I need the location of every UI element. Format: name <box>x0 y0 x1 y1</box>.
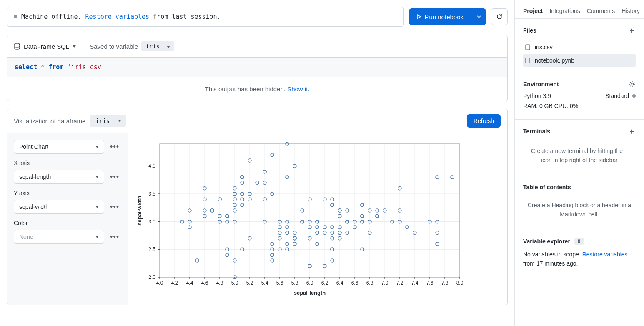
status-dot-icon <box>14 15 17 18</box>
tab-history[interactable]: History <box>621 8 640 14</box>
chart-area: 4.04.24.44.64.85.05.25.45.65.86.06.26.46… <box>128 133 507 305</box>
code-editor[interactable]: select * from 'iris.csv' <box>7 58 507 77</box>
svg-text:4.6: 4.6 <box>201 280 208 286</box>
tab-integrations[interactable]: Integrations <box>549 8 580 14</box>
toc-header: Table of contents <box>523 184 571 191</box>
main-area: Machine offline. Restore variables from … <box>0 0 515 326</box>
refresh-button[interactable] <box>491 8 508 25</box>
status-suffix: from last session. <box>153 13 221 20</box>
tab-comments[interactable]: Comments <box>587 8 615 14</box>
svg-point-103 <box>241 181 244 184</box>
chevron-down-icon <box>95 146 99 148</box>
color-select[interactable]: None <box>14 230 104 244</box>
svg-point-192 <box>346 209 349 212</box>
svg-text:4.8: 4.8 <box>216 280 223 286</box>
top-bar: Machine offline. Restore variables from … <box>7 7 508 27</box>
add-file-button[interactable]: ＋ <box>628 25 636 35</box>
file-icon <box>525 58 531 63</box>
color-more-button[interactable]: ••• <box>108 233 121 241</box>
svg-point-119 <box>226 214 229 218</box>
y-axis-more-button[interactable]: ••• <box>108 203 121 211</box>
varexp-text: No variables in scope. <box>523 251 581 258</box>
run-notebook-button[interactable]: Run notebook <box>409 8 471 25</box>
gear-icon <box>629 81 636 88</box>
svg-point-130 <box>256 181 259 184</box>
terminals-help: Create a new terminal by hitting the + i… <box>523 141 636 170</box>
svg-point-182 <box>331 203 334 207</box>
svg-text:sepal-width: sepal-width <box>136 196 143 226</box>
svg-text:2.5: 2.5 <box>148 246 155 252</box>
cell-type-selector[interactable]: DataFrame SQL <box>7 37 83 56</box>
viz-controls: Point Chart ••• X axis sepal-length ••• … <box>7 133 128 305</box>
saved-to-label: Saved to variable <box>90 43 138 50</box>
refresh-icon <box>496 13 503 20</box>
show-output-link[interactable]: Show it. <box>287 85 309 93</box>
svg-point-100 <box>286 176 289 179</box>
chevron-down-icon <box>95 176 99 178</box>
svg-point-163 <box>271 253 274 257</box>
file-item-csv[interactable]: iris.csv <box>523 40 636 54</box>
restore-variables-link[interactable]: Restore variables <box>85 13 150 20</box>
svg-rect-232 <box>526 45 530 50</box>
viz-dataframe-value: iris <box>95 118 110 124</box>
tab-project[interactable]: Project <box>523 8 543 14</box>
viz-dataframe-select[interactable]: iris <box>90 115 126 127</box>
svg-point-169 <box>331 259 334 262</box>
variable-chip[interactable]: iris <box>141 41 174 51</box>
svg-point-123 <box>195 259 199 262</box>
svg-text:7.8: 7.8 <box>441 280 449 286</box>
x-axis-select[interactable]: sepal-length <box>14 170 104 184</box>
run-dropdown-button[interactable] <box>471 8 486 25</box>
chevron-down-icon <box>167 46 170 48</box>
status-prefix: Machine offline. <box>21 13 82 20</box>
svg-text:4.0: 4.0 <box>148 163 155 169</box>
svg-point-128 <box>241 176 244 179</box>
svg-point-215 <box>331 231 334 234</box>
y-axis-label: Y axis <box>14 190 121 196</box>
hidden-output-text: This output has been hidden. <box>205 85 285 93</box>
environment-section: Environment Python 3.9 Standard RAM: 0 G… <box>515 74 644 120</box>
file-item-notebook[interactable]: notebook.ipynb <box>523 54 636 67</box>
add-terminal-button[interactable]: ＋ <box>628 126 636 136</box>
chevron-down-icon <box>73 45 76 48</box>
svg-rect-233 <box>526 58 530 63</box>
env-settings-button[interactable] <box>629 81 636 88</box>
viz-body: Point Chart ••• X axis sepal-length ••• … <box>7 133 507 305</box>
svg-text:7.2: 7.2 <box>396 280 403 286</box>
sidebar: Project Integrations Comments History Fi… <box>515 0 644 326</box>
svg-point-205 <box>331 237 334 240</box>
color-value: None <box>19 233 33 240</box>
svg-point-172 <box>271 242 274 246</box>
run-button-group: Run notebook <box>409 8 486 25</box>
svg-text:7.6: 7.6 <box>426 280 434 286</box>
env-header: Environment <box>523 81 559 88</box>
svg-text:2.0: 2.0 <box>148 274 155 280</box>
svg-text:4.4: 4.4 <box>186 280 193 286</box>
svg-point-121 <box>241 198 244 201</box>
svg-point-204 <box>436 231 439 234</box>
x-axis-more-button[interactable]: ••• <box>108 173 121 181</box>
chart-type-more-button[interactable]: ••• <box>108 143 121 151</box>
varexp-section: Variable explorer 0 No variables in scop… <box>515 231 644 275</box>
chart-type-select[interactable]: Point Chart <box>14 140 104 154</box>
file-name: notebook.ipynb <box>535 57 574 64</box>
env-runtime: Python 3.9 <box>523 93 551 99</box>
x-axis-label: X axis <box>14 160 121 166</box>
svg-text:5.2: 5.2 <box>246 280 253 286</box>
play-icon <box>416 14 421 19</box>
viz-header: Visualization of dataframe iris Refresh <box>7 109 507 133</box>
svg-text:6.4: 6.4 <box>336 280 343 286</box>
chart-type-value: Point Chart <box>19 143 48 150</box>
files-section: Files ＋ iris.csv notebook.ipynb <box>515 19 644 74</box>
toc-section: Table of contents Create a Heading block… <box>515 177 644 231</box>
viz-refresh-button[interactable]: Refresh <box>467 114 501 128</box>
svg-point-185 <box>331 226 334 229</box>
y-axis-select[interactable]: sepal-width <box>14 200 104 214</box>
svg-text:8.0: 8.0 <box>456 280 464 286</box>
cell-type-label: DataFrame SQL <box>24 43 69 50</box>
sql-cell-header: DataFrame SQL Saved to variable iris <box>7 35 507 58</box>
svg-text:4.0: 4.0 <box>156 280 163 286</box>
svg-text:3.5: 3.5 <box>148 191 155 197</box>
varexp-restore-link[interactable]: Restore variables <box>582 251 628 258</box>
svg-text:5.0: 5.0 <box>231 280 238 286</box>
